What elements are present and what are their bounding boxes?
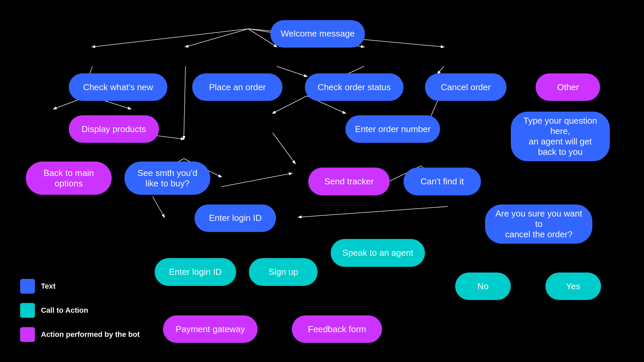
- node-feedback_form: Feedback form: [292, 315, 382, 343]
- node-place_order: Place an order: [192, 73, 282, 101]
- svg-line-23: [299, 206, 448, 217]
- legend-color-box: [20, 279, 35, 294]
- node-check_new: Check what's new: [69, 73, 167, 101]
- node-yes_btn: Yes: [545, 273, 601, 300]
- svg-line-16: [273, 133, 295, 164]
- svg-line-25: [153, 196, 164, 217]
- node-welcome: Welcome message: [270, 20, 365, 48]
- svg-line-12: [277, 66, 307, 76]
- node-type_question: Type your question here,an agent will ge…: [511, 112, 609, 161]
- node-display_products: Display products: [69, 115, 159, 143]
- node-other: Other: [536, 73, 600, 101]
- node-enter_order: Enter order number: [345, 115, 440, 143]
- node-payment_gateway: Payment gateway: [163, 315, 258, 343]
- legend-item: Text: [20, 279, 140, 294]
- svg-line-14: [273, 96, 307, 113]
- legend-label: Call to Action: [41, 306, 88, 315]
- legend: TextCall to ActionAction performed by th…: [20, 279, 140, 342]
- node-no_btn: No: [455, 273, 511, 300]
- node-speak_agent: Speak to an agent: [331, 239, 425, 266]
- svg-line-0: [92, 29, 248, 47]
- node-check_status: Check order status: [305, 73, 404, 101]
- legend-color-box: [20, 327, 35, 342]
- legend-item: Call to Action: [20, 303, 140, 318]
- svg-line-24: [221, 173, 292, 187]
- node-cancel_order: Cancel order: [425, 73, 506, 101]
- svg-line-18: [438, 66, 444, 74]
- node-back_main: Back to main options: [26, 162, 112, 195]
- node-are_you_sure: Are you sure you want tocancel the order…: [485, 204, 592, 244]
- node-cant_find: Can't find it: [404, 168, 481, 195]
- legend-label: Action performed by the bot: [41, 330, 140, 339]
- node-sign_up: Sign up: [249, 258, 318, 286]
- node-enter_login_mid: Enter login ID: [195, 204, 276, 232]
- node-send_tracker: Send tracker: [308, 168, 390, 195]
- legend-item: Action performed by the bot: [20, 327, 140, 342]
- legend-label: Text: [41, 282, 56, 291]
- node-see_smth: See smth you'd like to buy?: [124, 162, 210, 195]
- legend-color-box: [20, 303, 35, 318]
- svg-line-1: [185, 29, 248, 47]
- node-enter_login_bottom: Enter login ID: [155, 258, 236, 286]
- svg-line-9: [184, 66, 185, 139]
